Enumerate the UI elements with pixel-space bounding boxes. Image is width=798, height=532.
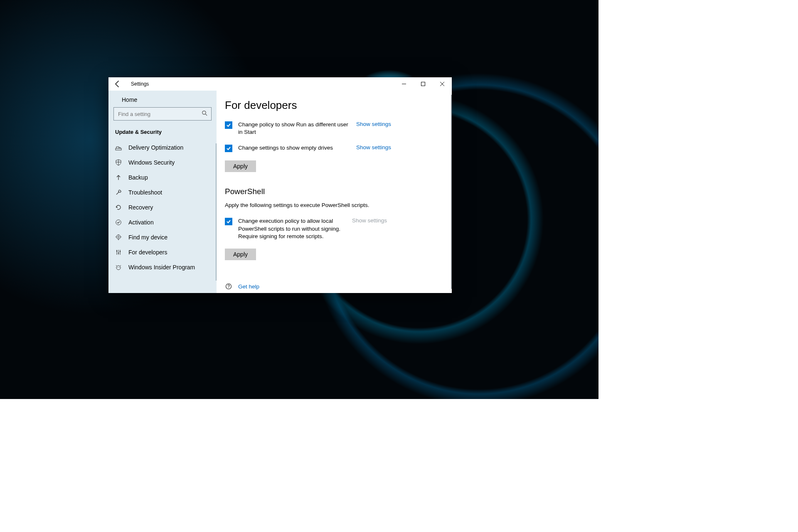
content-scrollbar[interactable] xyxy=(451,95,452,289)
setting-run-as-user: Change policy to show Run as different u… xyxy=(225,121,391,136)
search-input[interactable] xyxy=(113,107,212,121)
svg-point-16 xyxy=(116,251,118,252)
svg-point-20 xyxy=(117,267,118,268)
svg-point-4 xyxy=(202,111,206,114)
svg-rect-6 xyxy=(116,148,121,150)
insider-icon xyxy=(115,264,122,271)
desktop-wallpaper: Settings Home xyxy=(0,0,598,399)
sidebar-item-troubleshoot[interactable]: Troubleshoot xyxy=(108,185,217,200)
close-button[interactable] xyxy=(433,77,452,91)
setting-powershell-policy: Change execution policy to allow local P… xyxy=(225,217,391,240)
shield-icon xyxy=(115,159,122,166)
svg-point-19 xyxy=(116,266,121,270)
sidebar-item-label: Troubleshoot xyxy=(128,189,162,196)
setting-label: Change settings to show empty drives xyxy=(238,144,350,152)
svg-point-11 xyxy=(118,236,119,238)
close-icon xyxy=(440,82,444,86)
section-desc-powershell: Apply the following settings to execute … xyxy=(225,202,452,208)
svg-point-10 xyxy=(116,220,121,225)
svg-line-5 xyxy=(205,114,207,116)
svg-point-17 xyxy=(118,253,119,254)
location-icon xyxy=(115,234,122,241)
sidebar-item-windows-insider[interactable]: Windows Insider Program xyxy=(108,260,217,275)
sidebar-item-find-my-device[interactable]: Find my device xyxy=(108,230,217,245)
show-settings-link[interactable]: Show settings xyxy=(356,121,391,127)
setting-empty-drives: Change settings to show empty drives Sho… xyxy=(225,144,391,152)
svg-point-21 xyxy=(119,267,120,268)
sidebar-nav: Delivery Optimization Windows Security B… xyxy=(108,140,217,293)
settings-window: Settings Home xyxy=(108,77,452,293)
sidebar-item-activation[interactable]: Activation xyxy=(108,215,217,230)
sidebar-item-label: Windows Insider Program xyxy=(128,264,195,271)
sidebar: Home Update & Security Del xyxy=(108,91,217,293)
sidebar-group-header: Update & Security xyxy=(108,124,217,140)
svg-point-23 xyxy=(228,288,229,288)
check-icon xyxy=(226,123,231,128)
sidebar-item-label: Find my device xyxy=(128,234,167,241)
sidebar-item-windows-security[interactable]: Windows Security xyxy=(108,155,217,170)
checkbox-empty-drives[interactable] xyxy=(225,145,232,152)
give-feedback-row[interactable]: Give feedback xyxy=(225,293,452,293)
setting-label: Change execution policy to allow local P… xyxy=(238,217,346,240)
sidebar-item-label: For developers xyxy=(128,249,167,256)
sidebar-item-delivery-optimization[interactable]: Delivery Optimization xyxy=(108,140,217,155)
titlebar: Settings xyxy=(108,77,452,91)
checkbox-run-as-user[interactable] xyxy=(225,121,232,129)
sidebar-item-label: Activation xyxy=(128,219,154,226)
sidebar-home[interactable]: Home xyxy=(108,92,217,107)
sidebar-item-label: Windows Security xyxy=(128,159,175,166)
minimize-icon xyxy=(402,82,406,86)
window-title: Settings xyxy=(131,81,149,87)
sidebar-item-for-developers[interactable]: For developers xyxy=(108,245,217,260)
recovery-icon xyxy=(115,204,122,211)
delivery-icon xyxy=(115,144,122,151)
sidebar-home-label: Home xyxy=(122,96,137,103)
back-button[interactable] xyxy=(113,80,122,88)
svg-point-18 xyxy=(120,251,121,252)
sidebar-item-backup[interactable]: Backup xyxy=(108,170,217,185)
svg-rect-1 xyxy=(421,82,425,86)
minimize-button[interactable] xyxy=(394,77,414,91)
svg-point-12 xyxy=(116,235,121,239)
wrench-icon xyxy=(115,189,122,196)
sidebar-item-label: Backup xyxy=(128,174,148,181)
show-settings-link-disabled[interactable]: Show settings xyxy=(352,217,387,224)
apply-button[interactable]: Apply xyxy=(225,160,256,172)
page-title: For developers xyxy=(225,99,452,112)
maximize-icon xyxy=(421,82,425,86)
get-help-link: Get help xyxy=(238,283,259,290)
check-icon xyxy=(226,219,231,224)
setting-label: Change policy to show Run as different u… xyxy=(238,121,350,136)
show-settings-link[interactable]: Show settings xyxy=(356,144,391,150)
sidebar-item-label: Recovery xyxy=(128,204,153,211)
content-pane: For developers Change policy to show Run… xyxy=(217,91,452,293)
sidebar-item-label: Delivery Optimization xyxy=(128,144,183,151)
developers-icon xyxy=(115,249,122,256)
arrow-left-icon xyxy=(113,80,122,88)
section-title-powershell: PowerShell xyxy=(225,187,452,196)
get-help-row[interactable]: Get help xyxy=(225,283,452,290)
feedback-icon xyxy=(225,293,232,293)
sidebar-item-recovery[interactable]: Recovery xyxy=(108,200,217,215)
maximize-button[interactable] xyxy=(414,77,433,91)
search-icon xyxy=(202,110,207,118)
check-circle-icon xyxy=(115,219,122,226)
apply-button-powershell[interactable]: Apply xyxy=(225,249,256,260)
help-icon xyxy=(225,283,232,290)
check-icon xyxy=(226,146,231,151)
checkbox-powershell-policy[interactable] xyxy=(225,218,232,225)
backup-icon xyxy=(115,174,122,181)
